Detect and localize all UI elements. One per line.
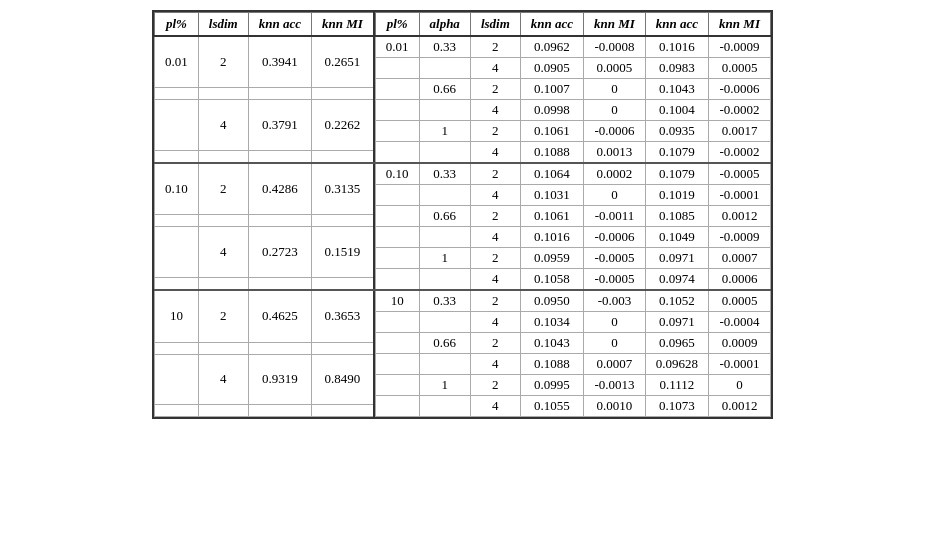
left-table-row: 0.0120.39410.2651 — [155, 36, 374, 88]
left-cell-knnmi: 0.2651 — [311, 36, 373, 88]
left-table-row: 0.1020.42860.3135 — [155, 163, 374, 215]
left-cell-knnacc — [248, 150, 311, 163]
right-cell-alpha: 1 — [419, 248, 470, 269]
left-table: pl% lsdim knn acc knn MI 0.0120.39410.26… — [154, 12, 375, 417]
right-cell-knnmi1: 0 — [584, 100, 646, 121]
right-cell-knnmi1: 0 — [584, 312, 646, 333]
right-cell-knnmi1: 0 — [584, 79, 646, 100]
right-cell-knnacc2: 0.1112 — [645, 375, 708, 396]
right-cell-alpha — [419, 312, 470, 333]
left-table-row — [155, 215, 374, 227]
left-col-pl: pl% — [155, 13, 199, 37]
right-cell-knnacc2: 0.1004 — [645, 100, 708, 121]
right-cell-lsdim: 2 — [470, 290, 520, 312]
right-col-knnmi2: knn MI — [709, 13, 771, 37]
right-col-alpha: alpha — [419, 13, 470, 37]
right-cell-knnmi2: 0.0012 — [709, 206, 771, 227]
right-cell-knnmi2: -0.0001 — [709, 354, 771, 375]
right-table-body: 0.010.3320.0962-0.00080.1016-0.000940.09… — [375, 36, 770, 417]
right-table-row: 40.103100.1019-0.0001 — [375, 185, 770, 206]
right-cell-knnacc1: 0.0962 — [520, 36, 583, 58]
left-table-row — [155, 342, 374, 354]
right-cell-knnacc1: 0.0995 — [520, 375, 583, 396]
right-header-row: pl% alpha lsdim knn acc knn MI knn acc k… — [375, 13, 770, 37]
right-cell-knnacc2: 0.1049 — [645, 227, 708, 248]
right-cell-knnacc2: 0.09628 — [645, 354, 708, 375]
left-table-row: 40.37910.2262 — [155, 100, 374, 150]
right-cell-alpha: 0.66 — [419, 79, 470, 100]
right-table-row: 40.09050.00050.09830.0005 — [375, 58, 770, 79]
left-cell-lsdim — [198, 277, 248, 290]
right-col-knnmi1: knn MI — [584, 13, 646, 37]
right-cell-alpha — [419, 396, 470, 417]
left-cell-knnacc — [248, 342, 311, 354]
right-cell-knnacc1: 0.1034 — [520, 312, 583, 333]
right-table-row: 40.10880.00130.1079-0.0002 — [375, 142, 770, 164]
left-cell-lsdim — [198, 150, 248, 163]
right-cell-pl: 0.10 — [375, 163, 419, 185]
right-cell-alpha: 0.33 — [419, 290, 470, 312]
right-cell-knnmi2: -0.0005 — [709, 163, 771, 185]
left-cell-knnacc — [248, 277, 311, 290]
right-cell-lsdim: 2 — [470, 248, 520, 269]
right-cell-knnmi1: -0.0006 — [584, 227, 646, 248]
right-cell-pl — [375, 248, 419, 269]
right-cell-knnmi2: -0.0002 — [709, 100, 771, 121]
left-cell-lsdim: 4 — [198, 227, 248, 277]
right-cell-knnacc2: 0.1019 — [645, 185, 708, 206]
right-cell-knnmi1: 0.0013 — [584, 142, 646, 164]
left-cell-knnmi — [311, 215, 373, 227]
right-cell-knnmi2: -0.0004 — [709, 312, 771, 333]
right-cell-alpha: 0.33 — [419, 36, 470, 58]
right-cell-pl — [375, 58, 419, 79]
right-col-knnacc2: knn acc — [645, 13, 708, 37]
right-cell-knnacc1: 0.1061 — [520, 121, 583, 142]
right-cell-knnmi2: 0.0017 — [709, 121, 771, 142]
left-cell-knnmi: 0.8490 — [311, 354, 373, 404]
right-cell-knnacc2: 0.1043 — [645, 79, 708, 100]
right-cell-knnacc2: 0.0983 — [645, 58, 708, 79]
right-cell-pl — [375, 227, 419, 248]
left-table-row — [155, 88, 374, 100]
right-cell-knnacc2: 0.1052 — [645, 290, 708, 312]
left-cell-lsdim — [198, 404, 248, 416]
right-cell-alpha — [419, 142, 470, 164]
right-cell-knnmi2: 0.0005 — [709, 58, 771, 79]
left-cell-knnacc: 0.3941 — [248, 36, 311, 88]
right-cell-alpha: 1 — [419, 121, 470, 142]
right-cell-lsdim: 4 — [470, 100, 520, 121]
right-cell-knnmi1: 0.0010 — [584, 396, 646, 417]
right-cell-lsdim: 2 — [470, 36, 520, 58]
right-table-row: 40.1016-0.00060.1049-0.0009 — [375, 227, 770, 248]
right-cell-pl: 0.01 — [375, 36, 419, 58]
left-cell-knnmi: 0.3653 — [311, 290, 373, 342]
right-table-row: 120.0995-0.00130.11120 — [375, 375, 770, 396]
left-cell-knnmi — [311, 277, 373, 290]
left-cell-pl — [155, 404, 199, 416]
right-cell-knnacc2: 0.1085 — [645, 206, 708, 227]
right-cell-lsdim: 2 — [470, 375, 520, 396]
right-cell-knnmi2: 0.0012 — [709, 396, 771, 417]
right-table-row: 40.099800.1004-0.0002 — [375, 100, 770, 121]
right-cell-knnacc2: 0.0965 — [645, 333, 708, 354]
left-col-lsdim: lsdim — [198, 13, 248, 37]
left-cell-lsdim — [198, 342, 248, 354]
left-cell-knnmi — [311, 150, 373, 163]
left-table-row: 1020.46250.3653 — [155, 290, 374, 342]
left-cell-pl — [155, 227, 199, 277]
right-cell-knnmi1: -0.0011 — [584, 206, 646, 227]
right-cell-knnmi1: 0 — [584, 185, 646, 206]
right-cell-pl — [375, 269, 419, 291]
right-cell-lsdim: 2 — [470, 333, 520, 354]
left-cell-knnacc: 0.9319 — [248, 354, 311, 404]
right-cell-knnmi1: 0.0002 — [584, 163, 646, 185]
right-cell-knnmi2: 0.0005 — [709, 290, 771, 312]
left-cell-knnacc — [248, 404, 311, 416]
left-table-row — [155, 150, 374, 163]
right-cell-knnacc1: 0.1088 — [520, 354, 583, 375]
left-cell-knnmi — [311, 88, 373, 100]
right-cell-knnacc2: 0.1073 — [645, 396, 708, 417]
right-cell-alpha: 0.66 — [419, 333, 470, 354]
right-table: pl% alpha lsdim knn acc knn MI knn acc k… — [375, 12, 771, 417]
left-cell-pl — [155, 88, 199, 100]
